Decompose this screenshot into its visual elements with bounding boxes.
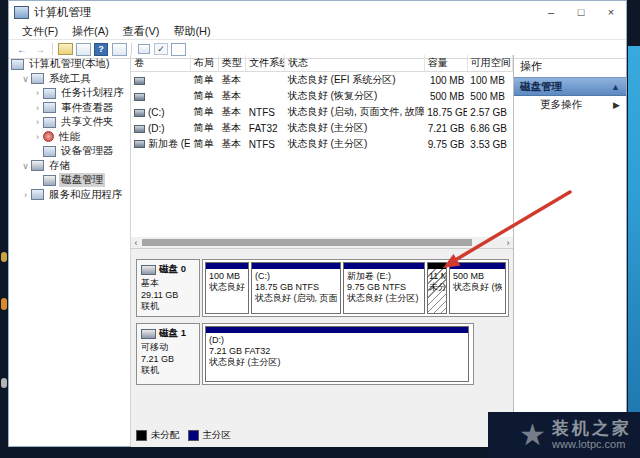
col-filesystem[interactable]: 文件系统 xyxy=(246,55,285,72)
legend-primary-label: 主分区 xyxy=(203,429,232,442)
console-tree: 计算机管理(本地) ∨ 系统工具 › 任务计划程序 › 事件查看器 xyxy=(9,55,131,446)
scrollbar-thumb[interactable] xyxy=(142,239,472,246)
scroll-left-icon[interactable]: ‹ xyxy=(131,238,141,248)
tree-item-device-manager[interactable]: 设备管理器 xyxy=(9,144,130,159)
menu-view[interactable]: 查看(V) xyxy=(116,24,167,39)
check-icon[interactable]: ✓ xyxy=(154,43,168,55)
volume-icon xyxy=(134,109,145,117)
disk-1-row: 磁盘 1 可移动 7.21 GB 联机 (D:) 7.21 GB FAT32 xyxy=(136,323,474,385)
volume-icon xyxy=(134,93,145,101)
disk-state: 联机 xyxy=(141,365,195,377)
disk-1-strip: (D:) 7.21 GB FAT32 状态良好 (主分区) xyxy=(202,323,474,385)
disk-kind: 可移动 xyxy=(141,342,195,354)
tree-item-computer-management[interactable]: 计算机管理(本地) xyxy=(9,57,130,72)
close-button[interactable]: × xyxy=(596,2,626,22)
legend-primary-swatch xyxy=(188,430,199,441)
partition-e[interactable]: 新加卷 (E:) 9.75 GB NTFS 状态良好 (主分区) xyxy=(343,262,425,314)
col-capacity[interactable]: 容量 xyxy=(424,55,467,72)
volume-row[interactable]: (C:) 简单基本 NTFS状态良好 (启动, 页面文件, 故障转储, 主分区)… xyxy=(131,104,513,120)
toolbar-separator xyxy=(131,43,132,55)
desktop-icon[interactable] xyxy=(1,298,7,310)
scroll-right-icon[interactable]: › xyxy=(503,238,513,248)
computer-icon xyxy=(11,59,24,70)
expander-icon[interactable]: › xyxy=(33,132,42,142)
tree-item-performance[interactable]: › 性能 xyxy=(9,130,130,145)
volume-row[interactable]: 新加卷 (E:) 简单基本 NTFS状态良好 (主分区) 9.75 GB3.53… xyxy=(131,136,513,152)
expander-icon[interactable]: › xyxy=(21,190,30,200)
partition-efi[interactable]: 100 MB 状态良好 xyxy=(205,262,249,314)
menu-file[interactable]: 文件(F) xyxy=(15,24,65,39)
disk-icon xyxy=(141,265,156,275)
expander-icon[interactable]: ∨ xyxy=(21,161,30,171)
col-type[interactable]: 类型 xyxy=(218,55,246,72)
col-free-space[interactable]: 可用空间 xyxy=(467,55,512,72)
watermark-star-icon: ★ xyxy=(519,420,546,450)
back-icon[interactable]: ← xyxy=(14,42,30,56)
col-layout[interactable]: 布局 xyxy=(190,55,218,72)
disk-0-strip: 100 MB 状态良好 (C:) 18.75 GB NTFS 状态良好 (启动,… xyxy=(202,259,509,317)
desktop-icon[interactable] xyxy=(1,378,7,388)
disk-management-pane: 卷 布局 类型 文件系统 状态 容量 可用空间 简单基本 状态良好 (EFI 系… xyxy=(131,55,513,446)
disk-0-row: 磁盘 0 基本 29.11 GB 联机 100 MB 状 xyxy=(136,259,509,317)
disk-name: 磁盘 0 xyxy=(159,263,186,276)
menu-action[interactable]: 操作(A) xyxy=(65,24,116,39)
graphical-view: 磁盘 0 基本 29.11 GB 联机 100 MB 状 xyxy=(131,248,513,447)
horizontal-scrollbar[interactable]: ‹ › xyxy=(131,237,513,248)
action-pane-icon[interactable] xyxy=(138,44,150,54)
disk-0-label[interactable]: 磁盘 0 基本 29.11 GB 联机 xyxy=(136,259,200,317)
watermark-url: www.lotpc.com xyxy=(552,438,632,451)
watermark: ★ 装机之家 www.lotpc.com xyxy=(488,412,640,458)
expander-icon[interactable]: ∨ xyxy=(21,74,30,84)
system-tools-icon xyxy=(31,73,44,84)
title-bar[interactable]: 计算机管理 – □ × xyxy=(9,1,626,23)
col-volume[interactable]: 卷 xyxy=(131,55,190,72)
tree-item-system-tools[interactable]: ∨ 系统工具 xyxy=(9,72,130,87)
tree-item-task-scheduler[interactable]: › 任务计划程序 xyxy=(9,86,130,101)
partition-c[interactable]: (C:) 18.75 GB NTFS 状态良好 (启动, 页面文件, 故障转储,… xyxy=(251,262,341,314)
properties-icon[interactable] xyxy=(171,43,186,56)
tree-item-disk-management[interactable]: 磁盘管理 xyxy=(9,173,130,188)
tree-item-event-viewer[interactable]: › 事件查看器 xyxy=(9,101,130,116)
minimize-button[interactable]: – xyxy=(536,2,566,22)
expander-icon[interactable]: › xyxy=(33,103,42,113)
storage-icon xyxy=(31,160,44,171)
maximize-button[interactable]: □ xyxy=(566,2,596,22)
collapse-icon[interactable]: ▲ xyxy=(611,82,620,92)
tree-item-storage[interactable]: ∨ 存储 xyxy=(9,159,130,174)
computer-management-window: 计算机管理 – □ × 文件(F) 操作(A) 查看(V) 帮助(H) ← → … xyxy=(8,0,627,447)
screen: 计算机管理 – □ × 文件(F) 操作(A) 查看(V) 帮助(H) ← → … xyxy=(0,0,640,458)
event-viewer-icon xyxy=(43,102,56,113)
window-icon[interactable] xyxy=(112,43,127,56)
up-level-icon[interactable] xyxy=(58,43,73,55)
performance-icon xyxy=(43,131,54,142)
volume-icon xyxy=(134,77,145,85)
disk-size: 29.11 GB xyxy=(141,290,195,302)
more-actions-item[interactable]: 更多操作 ▶ xyxy=(514,96,626,114)
col-status[interactable]: 状态 xyxy=(285,55,424,72)
expander-icon[interactable]: › xyxy=(33,88,42,98)
disk-management-icon xyxy=(43,175,56,186)
show-tree-icon[interactable] xyxy=(76,43,91,56)
partition-recovery[interactable]: 500 MB 状态良好 (恢复分区) xyxy=(449,262,506,314)
actions-pane: 操作 磁盘管理 ▲ 更多操作 ▶ xyxy=(513,55,626,446)
volume-row[interactable]: 简单基本 状态良好 (恢复分区) 500 MB500 MB xyxy=(131,88,513,104)
disk-size: 7.21 GB xyxy=(141,354,195,366)
tree-item-services-and-applications[interactable]: › 服务和应用程序 xyxy=(9,188,130,203)
partition-unallocated[interactable]: 11 MB 未分配 xyxy=(427,262,447,314)
help-icon[interactable]: ? xyxy=(94,43,108,56)
app-icon xyxy=(14,6,29,19)
actions-section-disk-management[interactable]: 磁盘管理 ▲ xyxy=(514,77,626,96)
disk-1-label[interactable]: 磁盘 1 可移动 7.21 GB 联机 xyxy=(136,323,200,385)
menu-help[interactable]: 帮助(H) xyxy=(166,24,217,39)
services-icon xyxy=(31,189,44,200)
tree-item-shared-folders[interactable]: › 共享文件夹 xyxy=(9,115,130,130)
expander-icon[interactable]: › xyxy=(33,117,42,127)
partition-d[interactable]: (D:) 7.21 GB FAT32 状态良好 (主分区) xyxy=(205,326,469,382)
volume-row[interactable]: (D:) 简单基本 FAT32状态良好 (主分区) 7.21 GB6.86 GB xyxy=(131,120,513,136)
desktop-icon[interactable] xyxy=(1,252,7,262)
disk-kind: 基本 xyxy=(141,278,195,290)
volume-row[interactable]: 简单基本 状态良好 (EFI 系统分区) 100 MB100 MB xyxy=(131,72,513,89)
forward-icon[interactable]: → xyxy=(32,42,48,56)
watermark-brand: 装机之家 xyxy=(552,420,632,438)
window-title: 计算机管理 xyxy=(34,5,92,20)
